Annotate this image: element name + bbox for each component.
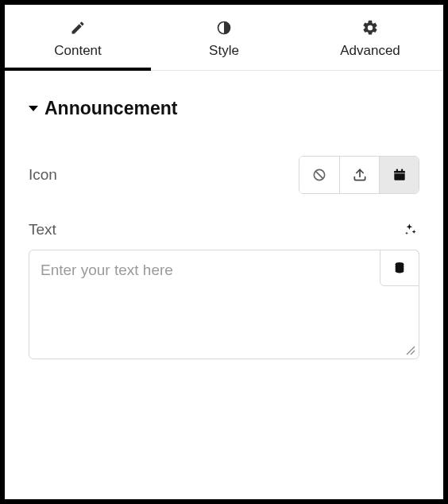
ban-icon bbox=[311, 167, 327, 183]
tab-advanced-label: Advanced bbox=[340, 43, 400, 59]
pencil-icon bbox=[69, 19, 87, 37]
icon-option-group bbox=[299, 156, 419, 194]
tab-content-label: Content bbox=[54, 43, 102, 59]
section-header[interactable]: Announcement bbox=[29, 98, 419, 119]
text-input-wrap bbox=[29, 250, 419, 359]
section-title: Announcement bbox=[44, 98, 177, 119]
gear-icon bbox=[361, 19, 379, 37]
calendar-icon bbox=[392, 167, 407, 183]
icon-field-label: Icon bbox=[29, 166, 57, 184]
content-pane: Announcement Icon bbox=[5, 71, 443, 383]
text-field-header: Text bbox=[29, 221, 419, 238]
half-circle-icon bbox=[215, 19, 233, 37]
caret-down-icon bbox=[29, 106, 38, 111]
tab-advanced[interactable]: Advanced bbox=[297, 5, 443, 70]
icon-field-row: Icon bbox=[29, 156, 419, 194]
icon-option-library[interactable] bbox=[379, 157, 419, 193]
text-field-label: Text bbox=[29, 221, 56, 238]
tab-style[interactable]: Style bbox=[151, 5, 297, 70]
svg-rect-6 bbox=[394, 171, 404, 173]
icon-option-upload[interactable] bbox=[339, 157, 379, 193]
dynamic-tags-button[interactable] bbox=[380, 250, 419, 286]
tabs: Content Style Advanced bbox=[5, 5, 443, 71]
upload-icon bbox=[352, 167, 368, 183]
editor-panel: Content Style Advanced Announcement Icon bbox=[5, 5, 443, 499]
svg-line-2 bbox=[315, 171, 322, 178]
tab-style-label: Style bbox=[209, 43, 239, 59]
ai-sparkle-button[interactable] bbox=[402, 221, 419, 238]
database-icon bbox=[392, 261, 407, 275]
svg-rect-7 bbox=[394, 173, 404, 174]
icon-option-none[interactable] bbox=[299, 157, 339, 193]
tab-content[interactable]: Content bbox=[5, 5, 151, 70]
text-input[interactable] bbox=[29, 250, 419, 359]
